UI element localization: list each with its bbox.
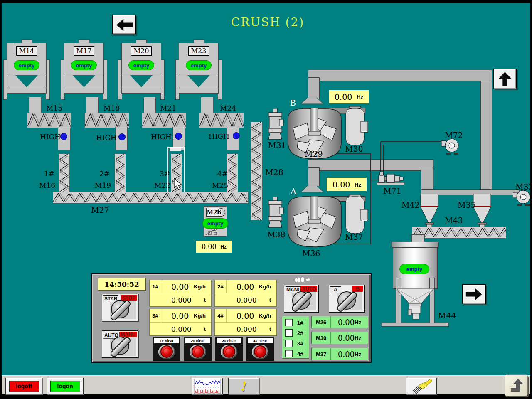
counter-4: 4#0.00Kg/h 0.000t [214, 309, 277, 336]
crusher-b-frequency-display: 0.00 Hz [329, 90, 369, 103]
nav-right-button[interactable] [462, 284, 486, 304]
freq-value: 0.00 [329, 92, 352, 101]
high-label: HIGH [40, 133, 61, 141]
hopper-tag: M17 [74, 46, 94, 56]
total-unit: t [204, 297, 211, 303]
logoff-button[interactable]: logoff [5, 378, 42, 394]
logon-button[interactable]: logon [47, 378, 84, 394]
blower-m72-tag: M72 [445, 131, 463, 140]
conveyor-m27 [53, 192, 248, 203]
switch-right-label: B [352, 286, 363, 292]
checkbox-3[interactable] [285, 340, 293, 347]
switch-knob[interactable] [292, 291, 310, 310]
m26-frequency-display: 0.00 Hz [196, 241, 232, 253]
high-level-indicator [118, 133, 126, 140]
switch-right-label: STOP [121, 295, 137, 301]
freq-value: 0.00 [331, 350, 355, 359]
nav-up-button[interactable] [493, 69, 517, 89]
checkbox-label: 4# [297, 351, 303, 357]
panel-mini-icon [294, 277, 311, 283]
silo-discharge-valve [407, 306, 423, 323]
crusher-a-tag: M36 [302, 249, 320, 258]
hopper-m20: M20 empty [121, 43, 161, 74]
conveyor-tag: M27 [91, 205, 109, 214]
counter-2: 2#0.00Kg/h 0.000t [214, 280, 277, 307]
clear-label: 1# clear [154, 338, 179, 343]
clear-4-button[interactable] [254, 345, 266, 358]
start-stop-switch[interactable]: STAR STOP [102, 294, 138, 321]
trend-chart-icon [194, 379, 221, 394]
motor-m37-tag: M37 [345, 232, 363, 241]
crusher-a-vessel [286, 195, 344, 249]
freq-display-m26: M26 0.00 Hz [311, 316, 368, 328]
logoff-label: logoff [9, 381, 39, 392]
clear-2-button[interactable] [192, 345, 204, 358]
funnel-b [301, 98, 323, 104]
clock-display: 14:50:52 [98, 278, 146, 291]
feeder-m19[interactable] [115, 154, 126, 194]
control-panel: 14:50:52 STAR STOP AUTO MANU 1#0.00Kg/h … [91, 273, 372, 363]
total-value: 0.000 [150, 296, 192, 304]
freq-unit: Hz [355, 319, 368, 325]
total-value: 0.000 [215, 325, 257, 333]
freq-value: 0.00 [331, 334, 355, 342]
screw-feeder-m24 [200, 113, 244, 128]
feeder-m25[interactable] [227, 154, 238, 194]
chute [143, 97, 156, 113]
feeder-tag: M19 [95, 181, 111, 190]
select-checkbox-panel: 1# 2# 3# 4# [282, 316, 309, 359]
ab-select-switch[interactable]: A B [329, 285, 365, 313]
chute [201, 97, 213, 113]
status-badge: empty [128, 60, 154, 70]
freq-tag: M26 [312, 319, 330, 325]
pump-m71 [377, 172, 404, 186]
arrow-right-icon [465, 287, 483, 301]
checkbox-4[interactable] [285, 350, 293, 357]
thin-pipe [383, 145, 384, 175]
motor-m37 [342, 195, 368, 235]
arrow-left-icon [115, 18, 133, 32]
pump-m71-tag: M71 [383, 186, 401, 195]
rate-unit: Kg/h [259, 313, 276, 319]
trend-button[interactable] [192, 378, 223, 394]
high-level-indicator [233, 132, 240, 139]
hopper-funnel [64, 74, 104, 88]
cleaning-button[interactable] [406, 378, 437, 394]
total-value: 0.000 [215, 296, 257, 304]
high-label: HIGH [96, 133, 117, 142]
high-label: HIGH [209, 132, 229, 140]
status-badge: empty [186, 60, 212, 70]
total-unit: t [204, 326, 211, 332]
manu-auto-switch[interactable]: MANU AUTO [284, 285, 319, 313]
cyclone-m42-tag: M42 [401, 200, 420, 209]
back-button[interactable] [112, 15, 136, 34]
checkbox-2[interactable] [285, 329, 293, 337]
clear-1-cell: 1# clear [153, 337, 180, 361]
high-level-indicator [60, 133, 67, 140]
screw-feeder-tag: M18 [103, 104, 120, 112]
checkbox-1[interactable] [285, 319, 293, 326]
clear-3-button[interactable] [223, 345, 235, 358]
silo-base [382, 323, 449, 327]
auto-manu-switch[interactable]: AUTO MANU [102, 330, 138, 358]
cyclone-m35-tag: M35 [458, 200, 476, 209]
line-b-label: B [290, 98, 296, 107]
hopper-base [179, 88, 219, 94]
feeder-num: 4# [217, 170, 228, 178]
chute [86, 97, 99, 113]
status-badge: empty [71, 60, 97, 70]
clear-label: 4# clear [248, 338, 273, 343]
silo-m44-tag: M44 [438, 311, 456, 320]
switch-knob[interactable] [337, 291, 356, 310]
total-unit: t [269, 326, 276, 332]
freq-value: 0.00 [196, 243, 217, 251]
clear-4-cell: 4# clear [246, 337, 274, 361]
fan-m32-tag: M32 [515, 182, 532, 191]
motor-m38-tag: M38 [267, 230, 286, 239]
clear-1-button[interactable] [160, 345, 173, 358]
feeder-m16[interactable] [59, 154, 69, 194]
exit-button[interactable] [505, 374, 528, 396]
screw-feeder-m21 [142, 113, 186, 128]
clear-2-cell: 2# clear [184, 337, 212, 361]
alarm-ack-button[interactable]: ! [228, 378, 259, 394]
